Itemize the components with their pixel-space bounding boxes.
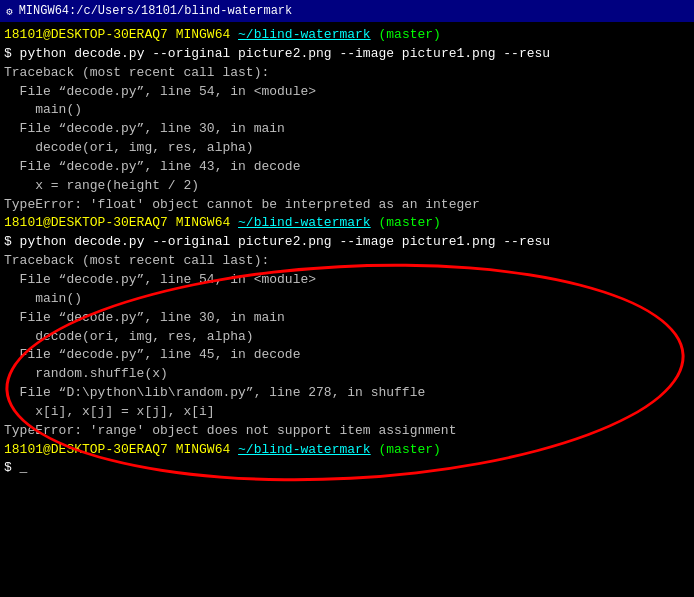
- terminal-line: File “decode.py”, line 43, in decode: [4, 158, 690, 177]
- terminal-line: 18101@DESKTOP-30ERAQ7 MINGW64 ~/blind-wa…: [4, 441, 690, 460]
- terminal-line: File “decode.py”, line 54, in <module>: [4, 271, 690, 290]
- terminal-line: TypeError: 'range' object does not suppo…: [4, 422, 690, 441]
- terminal: 18101@DESKTOP-30ERAQ7 MINGW64 ~/blind-wa…: [0, 22, 694, 597]
- terminal-line: Traceback (most recent call last):: [4, 252, 690, 271]
- title-bar: ⚙ MINGW64:/c/Users/18101/blind-watermark: [0, 0, 694, 22]
- terminal-line: $ python decode.py --original picture2.p…: [4, 45, 690, 64]
- terminal-line: File “decode.py”, line 30, in main: [4, 309, 690, 328]
- terminal-line: File “decode.py”, line 45, in decode: [4, 346, 690, 365]
- terminal-line: decode(ori, img, res, alpha): [4, 328, 690, 347]
- terminal-line: TypeError: 'float' object cannot be inte…: [4, 196, 690, 215]
- terminal-line: x[i], x[j] = x[j], x[i]: [4, 403, 690, 422]
- terminal-line: 18101@DESKTOP-30ERAQ7 MINGW64 ~/blind-wa…: [4, 26, 690, 45]
- terminal-line: random.shuffle(x): [4, 365, 690, 384]
- terminal-line: $ _: [4, 459, 690, 478]
- terminal-line: main(): [4, 290, 690, 309]
- terminal-line: 18101@DESKTOP-30ERAQ7 MINGW64 ~/blind-wa…: [4, 214, 690, 233]
- terminal-line: File “decode.py”, line 30, in main: [4, 120, 690, 139]
- terminal-icon: ⚙: [6, 5, 13, 18]
- terminal-line: File “decode.py”, line 54, in <module>: [4, 83, 690, 102]
- terminal-line: File “D:\python\lib\random.py”, line 278…: [4, 384, 690, 403]
- terminal-line: decode(ori, img, res, alpha): [4, 139, 690, 158]
- title-bar-text: MINGW64:/c/Users/18101/blind-watermark: [19, 4, 293, 18]
- terminal-line: main(): [4, 101, 690, 120]
- terminal-line: Traceback (most recent call last):: [4, 64, 690, 83]
- terminal-line: $ python decode.py --original picture2.p…: [4, 233, 690, 252]
- terminal-line: x = range(height / 2): [4, 177, 690, 196]
